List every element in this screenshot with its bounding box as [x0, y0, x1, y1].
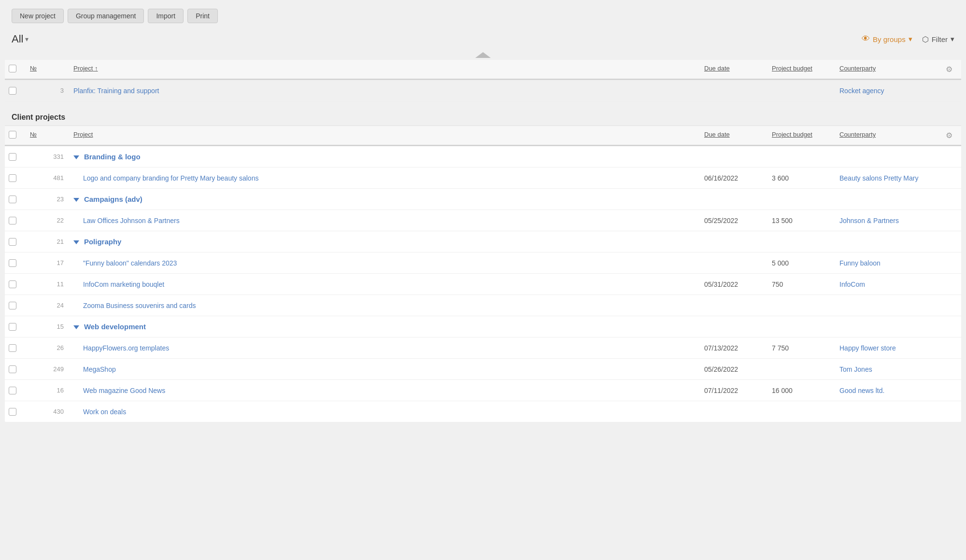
group-header-row: 23 Campaigns (adv): [5, 189, 961, 210]
group-counterparty: [836, 195, 942, 204]
header-due-date[interactable]: Due date: [700, 60, 768, 80]
row-settings: [942, 386, 961, 395]
group-name-label[interactable]: Campaigns (adv): [84, 195, 142, 203]
new-project-button[interactable]: New project: [12, 9, 64, 23]
select-all-checkbox[interactable]: [9, 65, 16, 72]
view-selector[interactable]: All ▾: [12, 33, 28, 45]
group-collapse-icon[interactable]: [73, 325, 79, 329]
row-counterparty[interactable]: [836, 301, 942, 310]
header-checkbox[interactable]: [5, 60, 26, 80]
project-link[interactable]: Law Offices Johnson & Partners: [83, 217, 180, 224]
group-name-label[interactable]: Poligraphy: [84, 238, 122, 246]
project-link[interactable]: Work on deals: [83, 408, 126, 416]
row-counterparty[interactable]: InfoCom: [836, 276, 942, 293]
group-row-checkbox[interactable]: [5, 191, 26, 208]
group-collapse-icon[interactable]: [73, 240, 79, 244]
row-counterparty[interactable]: Rocket agency: [836, 82, 942, 99]
row-project[interactable]: Planfix: Training and support: [70, 82, 700, 99]
counterparty-link[interactable]: Happy flower store: [839, 344, 896, 352]
row-settings: [942, 216, 961, 225]
row-due-date: [700, 301, 768, 310]
row-project[interactable]: Web magazine Good News: [70, 382, 700, 399]
g-header-checkbox[interactable]: [5, 126, 26, 146]
group-collapse-icon[interactable]: [73, 155, 79, 159]
row-settings: [942, 173, 961, 183]
counterparty-link[interactable]: Funny baloon: [839, 259, 881, 267]
group-row-name[interactable]: Campaigns (adv): [70, 190, 700, 208]
g-header-due-date[interactable]: Due date: [700, 126, 768, 146]
group-row-name[interactable]: Branding & logo: [70, 148, 700, 166]
by-groups-button[interactable]: 👁 By groups ▾: [862, 34, 912, 44]
g-header-settings[interactable]: ⚙: [942, 126, 961, 146]
collapse-triangle-icon[interactable]: [475, 52, 491, 58]
g-header-project[interactable]: Project: [70, 126, 700, 146]
row-counterparty[interactable]: Beauty salons Pretty Mary: [836, 169, 942, 187]
row-counterparty[interactable]: Funny baloon: [836, 254, 942, 272]
row-project[interactable]: Law Offices Johnson & Partners: [70, 212, 700, 229]
group-due-date: [700, 195, 768, 204]
row-checkbox[interactable]: [5, 382, 26, 399]
row-counterparty[interactable]: Johnson & Partners: [836, 212, 942, 229]
table-row: 24 Zooma Business souvenirs and cards: [5, 295, 961, 316]
row-counterparty[interactable]: Good news ltd.: [836, 382, 942, 399]
project-link[interactable]: Zooma Business souvenirs and cards: [83, 302, 196, 309]
counterparty-link[interactable]: Beauty salons Pretty Mary: [839, 174, 918, 182]
group-row-checkbox[interactable]: [5, 318, 26, 336]
counterparty-link[interactable]: Good news ltd.: [839, 387, 884, 394]
project-link[interactable]: HappyFlowers.org templates: [83, 344, 169, 352]
row-counterparty[interactable]: [836, 407, 942, 417]
by-groups-chevron-icon: ▾: [909, 35, 912, 43]
group-row-name[interactable]: Web development: [70, 318, 700, 336]
g-header-counterparty[interactable]: Counterparty: [836, 126, 942, 146]
filter-button[interactable]: ⬡ Filter ▾: [922, 35, 954, 44]
import-button[interactable]: Import: [148, 9, 184, 23]
header-settings[interactable]: ⚙: [942, 60, 961, 80]
counterparty-link[interactable]: InfoCom: [839, 280, 865, 288]
row-project[interactable]: InfoCom marketing bouqlet: [70, 276, 700, 293]
counterparty-link[interactable]: Tom Jones: [839, 365, 872, 373]
group-name-label[interactable]: Branding & logo: [84, 153, 141, 161]
project-link[interactable]: MegaShop: [83, 365, 116, 373]
header-project[interactable]: Project: [70, 60, 700, 80]
row-checkbox[interactable]: [5, 297, 26, 314]
row-checkbox[interactable]: [5, 82, 26, 99]
row-project[interactable]: Zooma Business souvenirs and cards: [70, 297, 700, 314]
row-checkbox[interactable]: [5, 254, 26, 272]
counterparty-link[interactable]: Johnson & Partners: [839, 217, 899, 224]
client-projects-label: Client projects: [12, 113, 65, 121]
group-row-checkbox[interactable]: [5, 233, 26, 251]
row-project[interactable]: "Funny baloon" calendars 2023: [70, 254, 700, 272]
table-row: 481 Logo and company branding for Pretty…: [5, 168, 961, 189]
group-row-name[interactable]: Poligraphy: [70, 233, 700, 251]
print-button[interactable]: Print: [187, 9, 218, 23]
row-checkbox[interactable]: [5, 403, 26, 420]
group-management-button[interactable]: Group management: [68, 9, 144, 23]
row-checkbox[interactable]: [5, 339, 26, 357]
row-checkbox[interactable]: [5, 212, 26, 229]
header-counterparty[interactable]: Counterparty: [836, 60, 942, 80]
row-project[interactable]: MegaShop: [70, 361, 700, 378]
project-link[interactable]: "Funny baloon" calendars 2023: [83, 259, 177, 267]
row-due-date: [700, 258, 768, 268]
row-project[interactable]: Logo and company branding for Pretty Mar…: [70, 169, 700, 187]
project-link[interactable]: Web magazine Good News: [83, 387, 165, 394]
row-project[interactable]: Work on deals: [70, 403, 700, 420]
g-header-budget[interactable]: Project budget: [768, 126, 836, 146]
row-number: 16: [26, 382, 70, 399]
group-name-label[interactable]: Web development: [84, 322, 146, 331]
row-counterparty[interactable]: Happy flower store: [836, 339, 942, 357]
row-checkbox[interactable]: [5, 276, 26, 293]
g-select-all-checkbox[interactable]: [9, 131, 16, 139]
group-row-checkbox[interactable]: [5, 148, 26, 166]
project-link[interactable]: InfoCom marketing bouqlet: [83, 280, 164, 288]
row-checkbox[interactable]: [5, 169, 26, 187]
g-header-number[interactable]: №: [26, 126, 70, 146]
project-link[interactable]: Logo and company branding for Pretty Mar…: [83, 174, 258, 182]
filter-label: Filter: [932, 35, 948, 43]
row-project[interactable]: HappyFlowers.org templates: [70, 339, 700, 357]
row-counterparty[interactable]: Tom Jones: [836, 361, 942, 378]
row-checkbox[interactable]: [5, 361, 26, 378]
header-number[interactable]: №: [26, 60, 70, 80]
header-project-budget[interactable]: Project budget: [768, 60, 836, 80]
group-collapse-icon[interactable]: [73, 198, 79, 202]
